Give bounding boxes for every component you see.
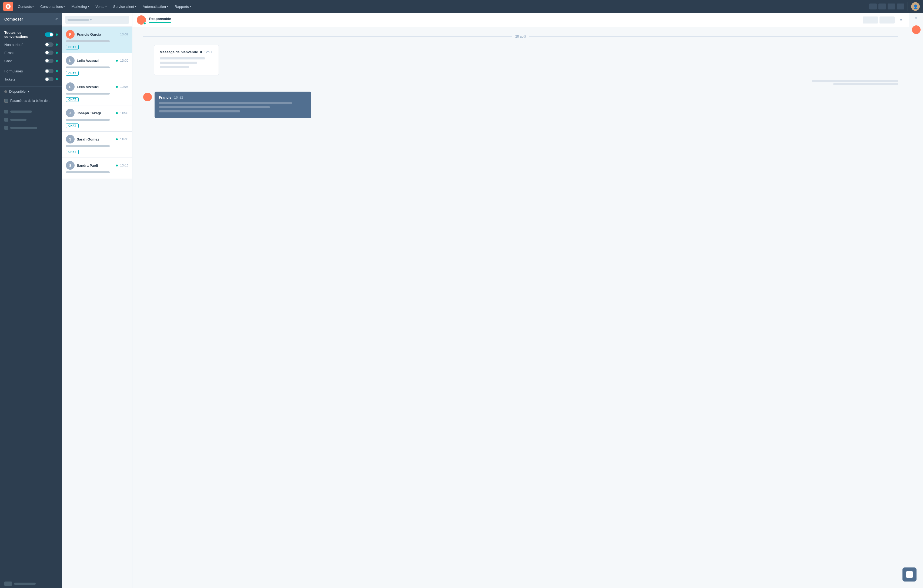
chevron-down-icon: ▾	[105, 5, 107, 8]
conv-item-sandra-paoli[interactable]: S Sandra Paoli 10h15	[62, 158, 132, 179]
conv-type-badge: CHAT	[66, 71, 79, 76]
conv-time: 16h32	[120, 33, 128, 36]
sidebar-toggle-toutes[interactable]	[45, 33, 54, 37]
conv-preview	[66, 119, 110, 121]
collapse-right-sidebar-button[interactable]: »	[915, 16, 917, 21]
avatar: L	[66, 82, 75, 91]
sidebar-item-toutes[interactable]: Toutes les conversations	[0, 29, 62, 41]
status-dot	[116, 86, 118, 88]
agent-message-container: Francis 16h32	[143, 92, 898, 118]
contact-status-bar	[149, 22, 171, 23]
mailbox-checkbox[interactable]	[4, 99, 8, 103]
message-text-bar	[160, 62, 197, 64]
composer-header: Composer «	[0, 13, 62, 25]
sidebar-item-chat[interactable]: Chat	[0, 57, 62, 65]
collapse-sidebar-button[interactable]: «	[56, 17, 58, 21]
sidebar-toggle-formulaires[interactable]	[45, 69, 54, 73]
chevron-down-icon: ▾	[28, 90, 29, 93]
conv-preview	[66, 40, 110, 42]
conv-preview	[66, 145, 110, 147]
sidebar-item-tickets[interactable]: Tickets	[0, 75, 62, 83]
header-action-btn-2[interactable]	[880, 16, 895, 23]
welcome-bubble-time: 12h30	[204, 50, 213, 54]
sidebar-toggle-tickets[interactable]	[45, 77, 54, 81]
sidebar-item-label: Chat	[4, 59, 43, 63]
conv-item-francis-garcia[interactable]: F Francis Garcia 16h32 CHAT	[62, 27, 132, 53]
chevron-down-icon: ▾	[88, 5, 89, 8]
sidebar-toggle-non-attribue[interactable]	[45, 43, 54, 47]
sidebar-item-label: Non attribué	[4, 43, 43, 47]
agent-text-bar	[159, 106, 270, 108]
nav-rapports[interactable]: Rapports ▾	[172, 3, 194, 10]
visitor-text-bar	[812, 80, 898, 82]
sidebar-bottom-text	[14, 583, 36, 585]
sidebar-extra-item-3[interactable]	[0, 124, 62, 132]
conv-name: Sarah Gomez	[77, 137, 114, 141]
contact-avatar	[137, 15, 146, 25]
nav-divider	[908, 2, 908, 11]
sidebar-available-status[interactable]: Disponible ▾	[0, 87, 62, 96]
header-action-btn-1[interactable]	[863, 16, 878, 23]
sidebar-toggle-chat[interactable]	[45, 59, 54, 63]
date-divider: 28 août	[143, 34, 898, 38]
conv-item-sarah-gomez[interactable]: S Sarah Gomez 11h30 CHAT	[62, 131, 132, 158]
sidebar-item-formulaires[interactable]: Formulaires	[0, 67, 62, 75]
sidebar-mailbox-settings[interactable]: Paramètres de la boîte de...	[0, 96, 62, 105]
conv-item-leila-azzouzi-1[interactable]: L Leila Azzouzi 12h30 CHAT	[62, 53, 132, 79]
visitor-text-bar	[833, 83, 898, 85]
visitor-message	[812, 80, 898, 85]
conv-type-badge: CHAT	[66, 45, 79, 49]
chevron-down-icon: ▾	[33, 5, 34, 8]
nav-conversations[interactable]: Conversations ▾	[38, 3, 67, 10]
sidebar-extra-item-2[interactable]	[0, 116, 62, 124]
nav-automatisation[interactable]: Automatisation ▾	[140, 3, 171, 10]
chat-widget-button[interactable]	[902, 567, 916, 581]
status-dot	[116, 112, 118, 114]
sidebar-toggle-email[interactable]	[45, 51, 54, 55]
welcome-bubble-title: Message de bienvenue	[160, 50, 198, 54]
conv-name: Sandra Paoli	[77, 164, 114, 168]
composer-label: Composer	[4, 17, 53, 21]
agent-time: 16h32	[174, 96, 183, 99]
header-actions	[863, 16, 895, 23]
nav-icon-button-4[interactable]	[897, 3, 904, 10]
sidebar-item-label: Toutes les conversations	[4, 31, 43, 39]
conv-item-leila-azzouzi-2[interactable]: L Leila Azzouzi 12h05 CHAT	[62, 79, 132, 105]
chevron-down-icon: ▾	[135, 5, 136, 8]
nav-icon-button-3[interactable]	[888, 3, 895, 10]
conv-preview	[66, 93, 110, 95]
hubspot-logo[interactable]	[3, 2, 13, 11]
message-text-bar	[160, 66, 189, 68]
main-layout: Composer « Toutes les conversations Non …	[0, 13, 923, 588]
sidebar-extra-item-1[interactable]	[0, 108, 62, 116]
nav-service[interactable]: Service client ▾	[110, 3, 139, 10]
sidebar-extra-icon	[4, 110, 8, 113]
sidebar-item-label: Tickets	[4, 77, 43, 81]
nav-vente[interactable]: Vente ▾	[93, 3, 109, 10]
chevron-down-icon: ▾	[64, 5, 65, 8]
collapse-right-button[interactable]: »	[898, 18, 905, 23]
chevron-down-icon: ▾	[90, 18, 92, 21]
conv-type-badge: CHAT	[66, 97, 79, 102]
sidebar-item-email[interactable]: E-mail	[0, 49, 62, 57]
nav-contacts[interactable]: Contacts ▾	[15, 3, 36, 10]
conv-time: 11h36	[120, 111, 128, 115]
nav-marketing[interactable]: Marketing ▾	[69, 3, 92, 10]
avatar: J	[66, 108, 75, 117]
sidebar-item-non-attribue[interactable]: Non attribué	[0, 41, 62, 49]
conv-item-joseph-takagi[interactable]: J Joseph Takagi 11h36 CHAT	[62, 105, 132, 131]
conv-search-bar[interactable]: ▾	[66, 16, 129, 24]
sidebar-extra-items	[0, 105, 62, 579]
status-dot	[56, 70, 58, 72]
status-dot	[56, 43, 58, 46]
conv-name: Francis Garcia	[77, 33, 118, 36]
left-sidebar: Composer « Toutes les conversations Non …	[0, 13, 62, 588]
nav-icon-button-2[interactable]	[879, 3, 886, 10]
conv-type-badge: CHAT	[66, 150, 79, 154]
main-content: Responsable » 28 août Message de bienven…	[132, 13, 909, 588]
nav-icon-button-1[interactable]	[869, 3, 877, 10]
right-sidebar: »	[909, 13, 923, 588]
user-avatar[interactable]: 👤	[911, 2, 920, 11]
sidebar-orange-button[interactable]	[912, 25, 921, 34]
agent-message-bubble: Francis 16h32	[154, 92, 311, 118]
